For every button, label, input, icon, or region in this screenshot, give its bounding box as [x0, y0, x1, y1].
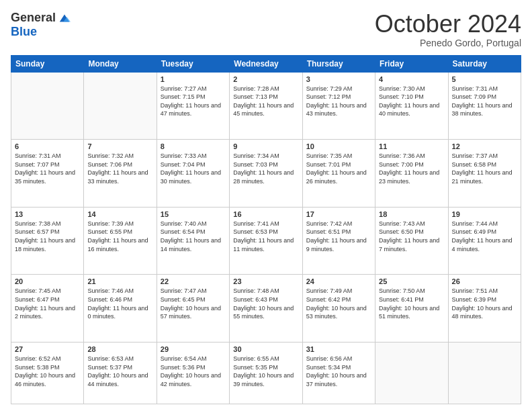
day-info: Sunrise: 6:55 AMSunset: 5:35 PMDaylight:… — [233, 355, 298, 388]
location-subtitle: Penedo Gordo, Portugal — [375, 38, 521, 48]
col-monday: Monday — [84, 55, 157, 72]
col-saturday: Saturday — [448, 55, 521, 72]
day-number: 27 — [15, 345, 80, 353]
table-row: 13Sunrise: 7:38 AMSunset: 6:57 PMDayligh… — [11, 207, 84, 275]
day-number: 31 — [306, 345, 371, 353]
table-row: 30Sunrise: 6:55 AMSunset: 5:35 PMDayligh… — [230, 342, 302, 404]
calendar-week-5: 27Sunrise: 6:52 AMSunset: 5:38 PMDayligh… — [11, 342, 521, 404]
day-info: Sunrise: 6:52 AMSunset: 5:38 PMDaylight:… — [15, 355, 80, 388]
table-row: 17Sunrise: 7:42 AMSunset: 6:51 PMDayligh… — [302, 207, 375, 275]
table-row: 28Sunrise: 6:53 AMSunset: 5:37 PMDayligh… — [84, 342, 157, 404]
day-info: Sunrise: 7:51 AMSunset: 6:39 PMDaylight:… — [452, 287, 517, 320]
calendar-header-row: Sunday Monday Tuesday Wednesday Thursday… — [11, 55, 521, 72]
page-header: General Blue October 2024 Penedo Gordo, … — [11, 11, 521, 48]
day-info: Sunrise: 7:44 AMSunset: 6:49 PMDaylight:… — [452, 220, 517, 253]
table-row: 20Sunrise: 7:45 AMSunset: 6:47 PMDayligh… — [11, 275, 84, 342]
table-row: 23Sunrise: 7:48 AMSunset: 6:43 PMDayligh… — [230, 275, 302, 342]
day-number: 1 — [161, 75, 226, 83]
table-row: 25Sunrise: 7:50 AMSunset: 6:41 PMDayligh… — [375, 275, 448, 342]
day-number: 2 — [233, 75, 298, 83]
table-row: 12Sunrise: 7:37 AMSunset: 6:58 PMDayligh… — [448, 140, 521, 208]
logo: General Blue — [11, 11, 71, 39]
day-info: Sunrise: 7:46 AMSunset: 6:46 PMDaylight:… — [87, 287, 152, 320]
day-info: Sunrise: 7:37 AMSunset: 6:58 PMDaylight:… — [452, 152, 517, 185]
day-info: Sunrise: 7:28 AMSunset: 7:13 PMDaylight:… — [233, 85, 298, 118]
day-info: Sunrise: 7:41 AMSunset: 6:53 PMDaylight:… — [233, 220, 298, 253]
day-info: Sunrise: 7:43 AMSunset: 6:50 PMDaylight:… — [379, 220, 444, 253]
table-row — [448, 342, 521, 404]
col-tuesday: Tuesday — [157, 55, 229, 72]
day-info: Sunrise: 7:49 AMSunset: 6:42 PMDaylight:… — [306, 287, 371, 320]
day-info: Sunrise: 6:56 AMSunset: 5:34 PMDaylight:… — [306, 355, 371, 388]
day-info: Sunrise: 7:30 AMSunset: 7:10 PMDaylight:… — [379, 85, 444, 118]
day-info: Sunrise: 7:45 AMSunset: 6:47 PMDaylight:… — [15, 287, 80, 320]
day-info: Sunrise: 7:31 AMSunset: 7:07 PMDaylight:… — [15, 152, 80, 185]
day-number: 11 — [379, 142, 444, 150]
day-number: 5 — [452, 75, 517, 83]
day-number: 17 — [306, 210, 371, 218]
day-info: Sunrise: 7:33 AMSunset: 7:04 PMDaylight:… — [161, 152, 226, 185]
day-number: 30 — [233, 345, 298, 353]
col-thursday: Thursday — [302, 55, 375, 72]
logo-blue: Blue — [11, 25, 37, 39]
day-info: Sunrise: 7:50 AMSunset: 6:41 PMDaylight:… — [379, 287, 444, 320]
day-number: 18 — [379, 210, 444, 218]
day-number: 20 — [15, 277, 80, 285]
day-info: Sunrise: 7:31 AMSunset: 7:09 PMDaylight:… — [452, 85, 517, 118]
day-number: 28 — [87, 345, 152, 353]
day-number: 29 — [161, 345, 226, 353]
day-number: 15 — [161, 210, 226, 218]
table-row: 27Sunrise: 6:52 AMSunset: 5:38 PMDayligh… — [11, 342, 84, 404]
col-friday: Friday — [375, 55, 448, 72]
day-info: Sunrise: 7:34 AMSunset: 7:03 PMDaylight:… — [233, 152, 298, 185]
day-number: 24 — [306, 277, 371, 285]
day-number: 4 — [379, 75, 444, 83]
day-number: 16 — [233, 210, 298, 218]
table-row: 15Sunrise: 7:40 AMSunset: 6:54 PMDayligh… — [157, 207, 229, 275]
day-number: 9 — [233, 142, 298, 150]
day-info: Sunrise: 7:35 AMSunset: 7:01 PMDaylight:… — [306, 152, 371, 185]
calendar-week-4: 20Sunrise: 7:45 AMSunset: 6:47 PMDayligh… — [11, 275, 521, 342]
logo-general: General — [11, 11, 56, 25]
day-info: Sunrise: 7:47 AMSunset: 6:45 PMDaylight:… — [161, 287, 226, 320]
month-title: October 2024 — [375, 11, 521, 38]
day-info: Sunrise: 7:39 AMSunset: 6:55 PMDaylight:… — [87, 220, 152, 253]
col-wednesday: Wednesday — [230, 55, 302, 72]
table-row: 1Sunrise: 7:27 AMSunset: 7:15 PMDaylight… — [157, 72, 229, 140]
table-row: 29Sunrise: 6:54 AMSunset: 5:36 PMDayligh… — [157, 342, 229, 404]
table-row: 19Sunrise: 7:44 AMSunset: 6:49 PMDayligh… — [448, 207, 521, 275]
table-row: 6Sunrise: 7:31 AMSunset: 7:07 PMDaylight… — [11, 140, 84, 208]
day-number: 21 — [87, 277, 152, 285]
table-row — [11, 72, 84, 140]
calendar-week-2: 6Sunrise: 7:31 AMSunset: 7:07 PMDaylight… — [11, 140, 521, 208]
calendar-table: Sunday Monday Tuesday Wednesday Thursday… — [11, 55, 521, 404]
day-number: 25 — [379, 277, 444, 285]
title-block: October 2024 Penedo Gordo, Portugal — [375, 11, 521, 48]
table-row: 31Sunrise: 6:56 AMSunset: 5:34 PMDayligh… — [302, 342, 375, 404]
table-row: 2Sunrise: 7:28 AMSunset: 7:13 PMDaylight… — [230, 72, 302, 140]
day-info: Sunrise: 7:29 AMSunset: 7:12 PMDaylight:… — [306, 85, 371, 118]
table-row: 22Sunrise: 7:47 AMSunset: 6:45 PMDayligh… — [157, 275, 229, 342]
table-row: 5Sunrise: 7:31 AMSunset: 7:09 PMDaylight… — [448, 72, 521, 140]
table-row: 14Sunrise: 7:39 AMSunset: 6:55 PMDayligh… — [84, 207, 157, 275]
day-info: Sunrise: 7:32 AMSunset: 7:06 PMDaylight:… — [87, 152, 152, 185]
day-info: Sunrise: 7:42 AMSunset: 6:51 PMDaylight:… — [306, 220, 371, 253]
table-row — [375, 342, 448, 404]
table-row: 3Sunrise: 7:29 AMSunset: 7:12 PMDaylight… — [302, 72, 375, 140]
day-number: 12 — [452, 142, 517, 150]
table-row: 7Sunrise: 7:32 AMSunset: 7:06 PMDaylight… — [84, 140, 157, 208]
day-info: Sunrise: 7:38 AMSunset: 6:57 PMDaylight:… — [15, 220, 80, 253]
day-number: 13 — [15, 210, 80, 218]
table-row: 16Sunrise: 7:41 AMSunset: 6:53 PMDayligh… — [230, 207, 302, 275]
col-sunday: Sunday — [11, 55, 84, 72]
day-number: 19 — [452, 210, 517, 218]
day-number: 8 — [161, 142, 226, 150]
day-number: 23 — [233, 277, 298, 285]
day-number: 14 — [87, 210, 152, 218]
table-row: 21Sunrise: 7:46 AMSunset: 6:46 PMDayligh… — [84, 275, 157, 342]
day-info: Sunrise: 6:53 AMSunset: 5:37 PMDaylight:… — [87, 355, 152, 388]
logo-icon — [58, 12, 71, 24]
table-row: 18Sunrise: 7:43 AMSunset: 6:50 PMDayligh… — [375, 207, 448, 275]
table-row: 11Sunrise: 7:36 AMSunset: 7:00 PMDayligh… — [375, 140, 448, 208]
table-row: 26Sunrise: 7:51 AMSunset: 6:39 PMDayligh… — [448, 275, 521, 342]
